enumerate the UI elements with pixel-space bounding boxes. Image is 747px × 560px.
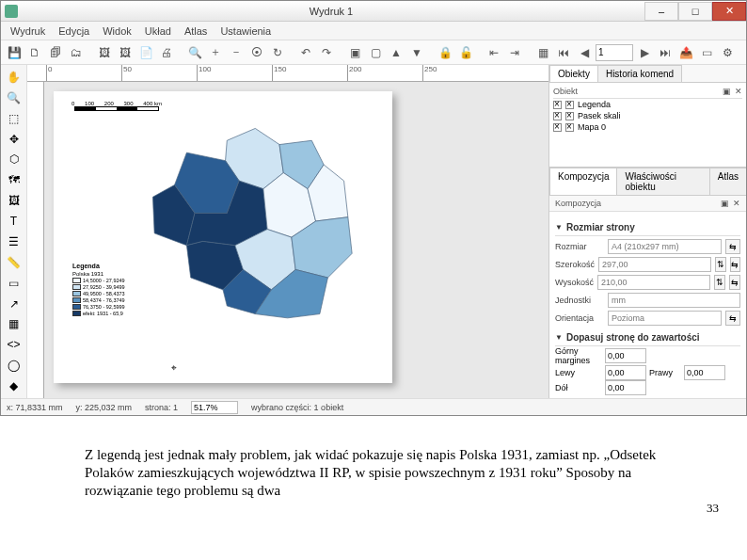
zoom-out-icon[interactable]: － — [227, 43, 246, 62]
menubar: Wydruk Edycja Widok Układ Atlas Ustawien… — [1, 22, 746, 40]
unlock-icon[interactable]: 🔓 — [456, 43, 475, 62]
menu-widok[interactable]: Widok — [97, 24, 137, 39]
add-label-icon[interactable]: T — [4, 212, 24, 231]
item-lock-checkbox[interactable] — [565, 112, 574, 120]
add-shape-icon[interactable]: ▭ — [4, 274, 24, 293]
item-visible-checkbox[interactable] — [553, 101, 562, 109]
margin-left-input[interactable] — [605, 365, 646, 380]
panel-close-icon[interactable]: ✕ — [735, 87, 742, 96]
pan-tool-icon[interactable]: ✋ — [4, 68, 24, 87]
add-legend-icon[interactable]: ☰ — [4, 232, 24, 251]
section-fit[interactable]: Dopasuj stronę do zawartości — [566, 332, 700, 343]
undo-icon[interactable]: ↶ — [296, 43, 315, 62]
width-spin-icon[interactable]: ⇅ — [715, 257, 725, 272]
add-image-icon[interactable]: 🖼 — [4, 191, 24, 210]
move-content-icon[interactable]: ✥ — [4, 130, 24, 149]
atlas-range-icon[interactable]: ▭ — [697, 43, 716, 62]
minimize-button[interactable]: – — [644, 2, 678, 21]
atlas-last-icon[interactable]: ⏭ — [656, 43, 675, 62]
export-image-icon[interactable]: 🖼 — [95, 43, 114, 62]
units-select[interactable] — [608, 293, 740, 308]
item-row-scalebar[interactable]: Pasek skali — [553, 110, 742, 121]
width-override-icon[interactable]: ⇆ — [730, 257, 740, 272]
manage-icon[interactable]: 🗂 — [67, 43, 86, 62]
tab-atlas[interactable]: Atlas — [709, 168, 746, 195]
zoom-100-icon[interactable]: ⦿ — [247, 43, 266, 62]
print-icon[interactable]: 🖨 — [157, 43, 176, 62]
menu-uklad[interactable]: Układ — [139, 24, 177, 39]
export-pdf-icon[interactable]: 📄 — [136, 43, 155, 62]
legend-title: Legenda — [72, 263, 136, 269]
tab-items[interactable]: Obiekty — [549, 65, 598, 82]
align-right-icon[interactable]: ⇥ — [505, 43, 524, 62]
size-override-icon[interactable]: ⇆ — [725, 239, 740, 254]
select-tool-icon[interactable]: ⬚ — [4, 109, 24, 128]
add-scalebar-icon[interactable]: 📏 — [4, 253, 24, 272]
panel-float-icon[interactable]: ▣ — [721, 199, 729, 208]
group-icon[interactable]: ▣ — [345, 43, 364, 62]
tab-history[interactable]: Historia komend — [597, 65, 682, 82]
atlas-first-icon[interactable]: ⏮ — [554, 43, 573, 62]
menu-atlas[interactable]: Atlas — [179, 24, 213, 39]
lock-icon[interactable]: 🔒 — [436, 43, 454, 62]
zoom-in-icon[interactable]: ＋ — [206, 43, 225, 62]
section-page-size[interactable]: Rozmiar strony — [566, 222, 635, 232]
align-left-icon[interactable]: ⇤ — [485, 43, 503, 62]
legend-item[interactable]: Legenda Polska 1931 14,5000 - 27,924927,… — [72, 263, 136, 317]
atlas-settings-icon[interactable]: ⚙ — [718, 43, 737, 62]
item-visible-checkbox[interactable] — [553, 123, 562, 132]
save-icon[interactable]: 💾 — [5, 43, 24, 62]
margin-top-input[interactable] — [605, 348, 646, 363]
redo-icon[interactable]: ↷ — [317, 43, 336, 62]
height-input[interactable] — [597, 275, 710, 290]
item-visible-checkbox[interactable] — [553, 112, 562, 120]
export-svg-icon[interactable]: 🖼 — [116, 43, 135, 62]
tab-item-properties[interactable]: Właściwości obiektu — [616, 168, 709, 195]
add-html-icon[interactable]: <> — [4, 335, 24, 354]
menu-edycja[interactable]: Edycja — [53, 24, 95, 39]
atlas-next-icon[interactable]: ▶ — [635, 43, 654, 62]
properties-panel: ▼Rozmiar strony Rozmiar ⇆ Szerokość ⇅ ⇆ … — [549, 212, 746, 398]
add-nodes-icon[interactable]: ◆ — [4, 376, 24, 395]
orientation-select[interactable] — [608, 311, 722, 326]
edit-nodes-icon[interactable]: ⬡ — [4, 151, 24, 169]
canvas[interactable]: 0 100 200 300 400 km Lege — [44, 82, 548, 398]
ungroup-icon[interactable]: ▢ — [366, 43, 385, 62]
orientation-override-icon[interactable]: ⇆ — [725, 311, 740, 326]
maximize-button[interactable]: □ — [678, 2, 712, 21]
add-map-icon[interactable]: 🗺 — [4, 170, 24, 189]
lower-icon[interactable]: ▼ — [407, 43, 426, 62]
atlas-prev-icon[interactable]: ◀ — [575, 43, 594, 62]
panel-float-icon[interactable]: ▣ — [723, 87, 731, 96]
menu-wydruk[interactable]: Wydruk — [5, 24, 51, 39]
item-lock-checkbox[interactable] — [565, 101, 574, 109]
item-row-map[interactable]: Mapa 0 — [553, 121, 742, 133]
new-icon[interactable]: 🗋 — [25, 43, 44, 62]
item-lock-checkbox[interactable] — [565, 123, 574, 132]
atlas-page-input[interactable] — [596, 44, 633, 61]
margin-right-input[interactable] — [684, 365, 725, 380]
zoom-input[interactable] — [191, 401, 238, 414]
add-arrow-icon[interactable]: ↗ — [4, 295, 24, 313]
raise-icon[interactable]: ▲ — [387, 43, 405, 62]
width-input[interactable] — [598, 257, 711, 272]
map-item[interactable] — [119, 108, 383, 334]
height-spin-icon[interactable]: ⇅ — [714, 275, 725, 290]
zoom-full-icon[interactable]: 🔍 — [185, 43, 204, 62]
duplicate-icon[interactable]: 🗐 — [46, 43, 65, 62]
zoom-tool-icon[interactable]: 🔍 — [4, 88, 24, 107]
atlas-toggle-icon[interactable]: ▦ — [533, 43, 552, 62]
margin-bottom-input[interactable] — [605, 380, 646, 395]
item-row-legend[interactable]: Legenda — [553, 99, 742, 110]
tab-composition[interactable]: Kompozycja — [549, 168, 617, 195]
menu-ustawienia[interactable]: Ustawienia — [215, 24, 277, 39]
height-override-icon[interactable]: ⇆ — [729, 275, 740, 290]
add-table-icon[interactable]: ▦ — [4, 315, 24, 334]
layout-page[interactable]: 0 100 200 300 400 km Lege — [54, 91, 392, 383]
atlas-export-icon[interactable]: 📤 — [676, 43, 695, 62]
close-button[interactable]: ✕ — [712, 2, 746, 21]
size-select[interactable] — [608, 239, 722, 254]
panel-close-icon[interactable]: ✕ — [733, 199, 740, 208]
refresh-icon[interactable]: ↻ — [268, 43, 287, 62]
add-basic-shape-icon[interactable]: ◯ — [4, 356, 24, 375]
